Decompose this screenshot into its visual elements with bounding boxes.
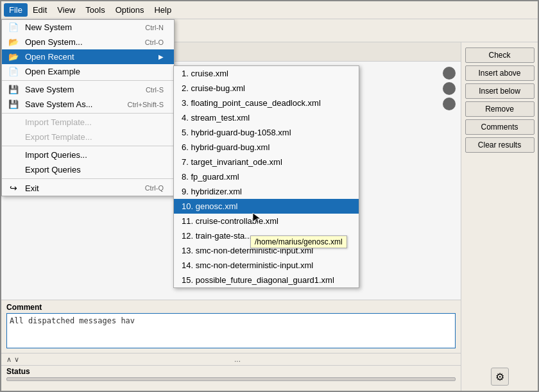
remove-button[interactable]: Remove [465,101,535,117]
clear-results-button[interactable]: Clear results [465,137,535,153]
open-system-label: Open System... [25,37,83,47]
new-system-shortcut: Ctrl-N [132,24,164,31]
exit-label: Exit [25,183,39,193]
menu-export-template[interactable]: Export Template... [2,130,174,144]
menu-view[interactable]: View [52,3,80,17]
new-system-icon: 📄 [7,22,20,32]
file-dropdown: 📄 New System Ctrl-N 📂 Open System... Ctr… [1,19,175,196]
recent-item-4[interactable]: 4. stream_test.xml [174,110,359,125]
new-system-label: New System [25,22,72,32]
menu-open-example[interactable]: 📄 Open Example [2,64,174,79]
circle-2 [443,82,456,95]
comment-label: Comment [6,303,456,312]
menu-save-system[interactable]: 💾 Save System Ctrl-S [2,82,174,97]
menu-edit[interactable]: Edit [28,3,52,17]
gear-button[interactable]: ⚙ [491,368,509,386]
save-system-icon: 💾 [7,85,20,94]
save-system-label: Save System [25,85,74,94]
circle-3 [443,98,456,110]
bottom-controls: ∧ ∨ ... [1,353,461,365]
save-system-shortcut: Ctrl-S [133,86,164,94]
menu-file[interactable]: File [4,3,28,17]
comment-input[interactable] [6,313,456,348]
save-system-as-shortcut: Ctrl+Shift-S [114,101,164,108]
status-bar: Status [1,365,461,391]
recent-item-6[interactable]: 6. hybrid-guard-bug.xml [174,140,359,155]
sep2 [2,113,174,114]
status-progress [6,377,456,381]
insert-below-button[interactable]: Insert below [465,83,535,99]
arrow-up-btn[interactable]: ∧ [6,355,12,364]
arrow-down-btn[interactable]: ∨ [14,355,19,364]
main-window: File Edit View Tools Options Help 📄 📂 🔍 [0,0,539,392]
exit-shortcut: Ctrl-Q [132,184,164,192]
sep4 [2,178,174,179]
import-queries-label: Import Queries... [25,150,87,160]
dots-indicator: ... [19,355,456,364]
recent-item-3[interactable]: 3. floating_point_cause_deadlock.xml [174,96,359,110]
menu-help[interactable]: Help [149,3,176,17]
recent-item-5[interactable]: 5. hybrid-guard-bug-1058.xml [174,125,359,140]
open-example-icon: 📄 [7,67,20,76]
exit-icon: ↪ [7,183,20,193]
right-panel: Check Insert above Insert below Remove C… [461,42,538,391]
open-system-icon: 📂 [7,37,20,47]
menu-open-recent[interactable]: 📂 Open Recent ▶ [2,49,174,64]
circles-group [438,62,461,115]
recent-item-10[interactable]: 10. genosc.xml [174,199,359,214]
tooltip: /home/marius/genosc.xml [250,235,347,248]
menu-import-template[interactable]: Import Template... [2,115,174,130]
open-example-label: Open Example [25,67,80,76]
recent-item-14[interactable]: 14. smc-non-deterministic-input.xml [174,258,359,273]
menu-exit[interactable]: ↪ Exit Ctrl-Q [2,180,174,196]
save-system-as-label: Save System As... [25,99,93,109]
comment-section: Comment [1,300,461,353]
recent-item-7[interactable]: 7. target_invariant_ode.xml [174,155,359,169]
recent-item-9[interactable]: 9. hybridizer.xml [174,184,359,199]
sep3 [2,146,174,146]
menubar: File Edit View Tools Options Help [1,1,538,19]
menu-open-system[interactable]: 📂 Open System... Ctrl-O [2,35,174,49]
save-system-as-icon: 💾 [7,99,20,109]
insert-above-button[interactable]: Insert above [465,65,535,81]
recent-item-11[interactable]: 11. cruise-controllable.xml [174,214,359,228]
export-queries-label: Export Queries [25,165,81,175]
export-template-label: Export Template... [25,132,92,142]
menu-new-system[interactable]: 📄 New System Ctrl-N [2,20,174,35]
menu-import-queries[interactable]: Import Queries... [2,148,174,162]
menu-tools[interactable]: Tools [80,3,110,17]
import-template-label: Import Template... [25,117,92,127]
check-button[interactable]: Check [465,47,535,63]
sep1 [2,80,174,81]
open-recent-label: Open Recent [25,52,74,62]
menu-save-system-as[interactable]: 💾 Save System As... Ctrl+Shift-S [2,97,174,112]
recent-submenu: 1. cruise.xml 2. cruise-bug.xml 3. float… [173,65,359,288]
recent-item-15[interactable]: 15. possible_future_diagonal_guard1.xml [174,273,359,287]
status-label: Status [6,367,456,376]
open-recent-icon: 📂 [7,52,20,62]
recent-item-1[interactable]: 1. cruise.xml [174,66,359,81]
menu-export-queries[interactable]: Export Queries [2,162,174,177]
comments-button[interactable]: Comments [465,119,535,135]
open-system-shortcut: Ctrl-O [132,38,164,46]
open-recent-arrow: ▶ [158,53,164,60]
menu-options[interactable]: Options [110,3,150,17]
circle-1 [443,67,456,80]
recent-item-2[interactable]: 2. cruise-bug.xml [174,81,359,96]
recent-item-8[interactable]: 8. fp_guard.xml [174,169,359,184]
